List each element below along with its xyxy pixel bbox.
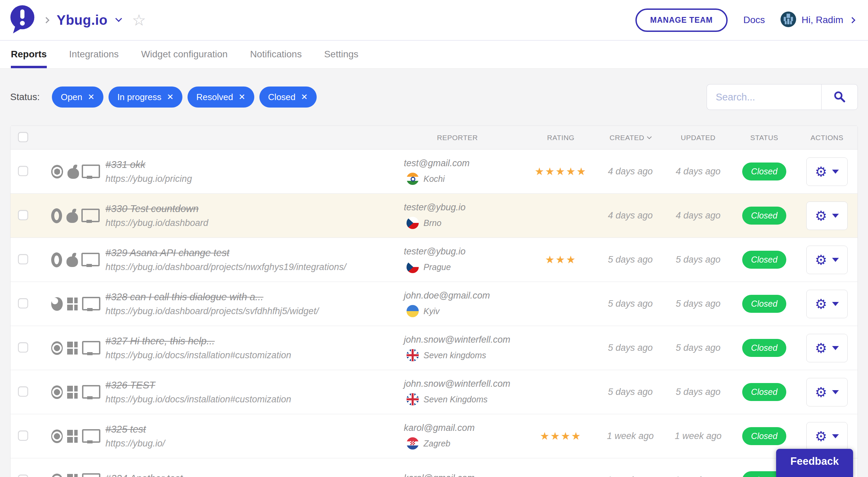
desktop-icon (82, 473, 95, 477)
country-flag-icon (407, 261, 419, 273)
updated-at: 4 days ago (664, 210, 732, 221)
col-rating: RATING (525, 134, 596, 142)
table-row: #328 can I call this dialogue with a... … (11, 282, 857, 326)
desktop-icon (82, 297, 95, 311)
chip-in-progress[interactable]: In progress ✕ (108, 87, 182, 108)
report-title[interactable]: #325 test (105, 424, 390, 435)
status-chips: Open ✕ In progress ✕ Resolved ✕ Closed ✕ (52, 87, 316, 108)
report-title[interactable]: #330 Test countdown (105, 203, 390, 214)
status-badge: Closed (742, 427, 786, 445)
platform-icons (34, 252, 95, 267)
row-checkbox[interactable] (18, 254, 28, 264)
report-title[interactable]: #327 Hi there, this help... (105, 336, 390, 347)
reporter-email: tester@ybug.io (404, 202, 525, 213)
country-flag-icon (407, 349, 419, 361)
user-menu[interactable]: Hi, Radim (781, 12, 854, 28)
project-dropdown-caret-icon[interactable] (115, 15, 122, 22)
col-reporter: REPORTER (390, 134, 525, 142)
chip-close-icon[interactable]: ✕ (167, 93, 174, 101)
tab-reports[interactable]: Reports (11, 41, 47, 68)
row-checkbox[interactable] (18, 475, 28, 477)
report-url: https://ybug.io/dashboard/projects/svfdh… (105, 306, 390, 317)
desktop-icon (82, 165, 95, 179)
windows-icon (67, 474, 78, 477)
tab-widget-configuration[interactable]: Widget configuration (141, 41, 228, 68)
row-checkbox[interactable] (18, 210, 28, 220)
chip-close-icon[interactable]: ✕ (301, 93, 308, 101)
status-badge: Closed (742, 339, 786, 357)
reporter-email: john.doe@gmail.com (404, 290, 525, 301)
country-flag-icon (407, 393, 419, 405)
reporter-email: john.snow@winterfell.com (404, 379, 525, 389)
filter-row: Status: Open ✕ In progress ✕ Resolved ✕ … (10, 84, 858, 110)
reporter-city: Seven Kingdoms (423, 395, 488, 404)
rating-stars: ★★★★ (525, 430, 596, 442)
row-checkbox[interactable] (18, 342, 28, 352)
reporter-email: karol@gmail.com (404, 423, 525, 433)
platform-icons (34, 473, 95, 477)
tab-settings[interactable]: Settings (324, 41, 358, 68)
report-title[interactable]: #324 Another test (105, 473, 390, 477)
row-checkbox[interactable] (18, 386, 28, 397)
desktop-icon (82, 429, 95, 443)
status-badge: Closed (742, 383, 786, 401)
dropdown-triangle-icon (832, 214, 839, 218)
platform-icons (34, 429, 95, 443)
row-actions-button[interactable]: ⚙ (806, 378, 848, 406)
avatar (781, 12, 796, 28)
tab-integrations[interactable]: Integrations (69, 41, 119, 68)
user-menu-chevron-icon (849, 17, 855, 23)
search-input[interactable] (707, 84, 821, 110)
desktop-icon (81, 253, 95, 267)
created-at: 5 days ago (596, 299, 664, 309)
row-actions-button[interactable]: ⚙ (806, 202, 848, 230)
row-checkbox[interactable] (18, 431, 28, 441)
chip-close-icon[interactable]: ✕ (238, 93, 245, 101)
chip-close-icon[interactable]: ✕ (88, 93, 95, 101)
gear-icon: ⚙ (815, 341, 827, 355)
created-at: 5 days ago (596, 343, 664, 353)
project-name[interactable]: Ybug.io (57, 13, 107, 28)
report-title[interactable]: #329 Asana API change test (105, 247, 390, 259)
tab-notifications[interactable]: Notifications (250, 41, 302, 68)
windows-icon (67, 298, 78, 310)
row-actions-button[interactable]: ⚙ (806, 246, 848, 274)
status-badge: Closed (742, 207, 786, 225)
report-title[interactable]: #328 can I call this dialogue with a... (105, 291, 390, 303)
select-all-checkbox[interactable] (18, 132, 28, 142)
search-button[interactable] (821, 84, 858, 110)
favorite-star-icon[interactable]: ☆ (132, 12, 146, 28)
chip-closed[interactable]: Closed ✕ (259, 87, 317, 108)
breadcrumb-chevron-icon (43, 17, 49, 23)
report-url: https://ybug.io/dashboard/projects/nwxfg… (105, 262, 390, 272)
dropdown-triangle-icon (832, 258, 839, 262)
status-badge: Closed (742, 163, 786, 180)
windows-icon (67, 430, 78, 443)
report-title[interactable]: #326 TEST (105, 380, 390, 391)
sort-chevron-icon (647, 134, 652, 139)
search-group (707, 84, 858, 110)
col-created[interactable]: CREATED (596, 134, 664, 142)
ybug-logo-icon[interactable] (9, 5, 36, 35)
row-checkbox[interactable] (18, 166, 28, 176)
created-at: 4 days ago (596, 166, 664, 177)
row-actions-button[interactable]: ⚙ (806, 334, 848, 362)
report-title[interactable]: #331 okk (105, 159, 390, 170)
country-flag-icon (407, 217, 419, 229)
row-actions-button[interactable]: ⚙ (806, 157, 848, 186)
chip-open[interactable]: Open ✕ (52, 87, 103, 108)
status-badge: Closed (742, 295, 786, 313)
feedback-button[interactable]: Feedback (776, 449, 853, 477)
table-row: #329 Asana API change test https://ybug.… (11, 238, 857, 282)
row-checkbox[interactable] (18, 298, 28, 308)
row-actions-button[interactable]: ⚙ (806, 422, 848, 451)
chip-resolved[interactable]: Resolved ✕ (188, 87, 254, 108)
platform-icons (34, 341, 95, 355)
reports-page: Status: Open ✕ In progress ✕ Resolved ✕ … (0, 84, 868, 477)
manage-team-button[interactable]: MANAGE TEAM (635, 8, 728, 32)
gear-icon: ⚙ (815, 253, 827, 267)
reporter-email: karol@gmail.com (404, 473, 525, 477)
row-actions-button[interactable]: ⚙ (806, 290, 848, 318)
report-url: https://ybug.io/dashboard (105, 218, 390, 228)
docs-link[interactable]: Docs (743, 15, 765, 25)
